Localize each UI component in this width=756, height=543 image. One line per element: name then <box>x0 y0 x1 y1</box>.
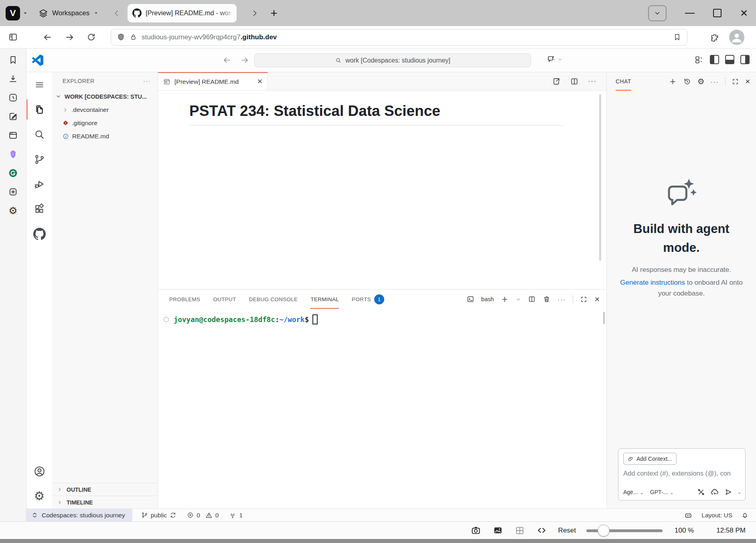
explorer-more-actions-icon[interactable]: ··· <box>143 78 151 84</box>
menu-hamburger-icon[interactable] <box>26 72 52 97</box>
zoom-slider-knob[interactable] <box>598 525 610 537</box>
add-context-button[interactable]: Add Context... <box>623 453 677 465</box>
downloads-panel-icon[interactable] <box>8 74 18 84</box>
explorer-root-folder[interactable]: WORK [CODESPACES: STU... <box>52 90 158 103</box>
send-icon[interactable] <box>724 488 732 496</box>
maximize-button[interactable] <box>713 9 722 17</box>
capture-camera-icon[interactable] <box>470 525 481 536</box>
generate-instructions-link[interactable]: Generate instructions <box>620 279 685 286</box>
activity-github-icon[interactable] <box>26 221 52 246</box>
chat-settings-gear-icon[interactable]: ⚙ <box>697 77 705 85</box>
panel-tab-debug-console[interactable]: DEBUG CONSOLE <box>249 290 298 309</box>
outline-section-header[interactable]: OUTLINE <box>52 483 158 496</box>
grammarly-extension-icon[interactable] <box>8 168 18 178</box>
activity-explorer-icon[interactable] <box>26 97 52 122</box>
zoom-slider[interactable] <box>586 525 663 537</box>
editor-scrollbar[interactable] <box>599 94 601 261</box>
browser-tab[interactable]: [Preview] README.md - wor <box>128 4 237 22</box>
expand-chat-icon[interactable] <box>732 78 739 85</box>
chat-mode-select[interactable]: Age... <box>623 489 638 495</box>
open-preview-icon[interactable] <box>552 77 561 86</box>
problems-status-item[interactable]: 0 0 <box>187 512 219 519</box>
cloud-icon[interactable] <box>710 488 719 496</box>
vivaldi-menu-chevron-icon[interactable] <box>22 10 28 16</box>
send-options-chevron-icon[interactable]: ⌄ <box>738 490 741 495</box>
new-terminal-icon[interactable] <box>501 295 509 304</box>
minimize-button[interactable] <box>685 13 695 14</box>
url-bar[interactable]: studious-journey-wv969rqp4crg7.github.de… <box>111 29 687 46</box>
chat-tab[interactable]: CHAT <box>616 72 631 91</box>
toggle-primary-sidebar-icon[interactable] <box>710 55 719 64</box>
manage-gear-icon[interactable]: ⚙ <box>26 484 52 509</box>
bookmark-page-icon[interactable] <box>673 33 681 41</box>
tools-icon[interactable] <box>697 488 705 496</box>
editor-back-icon[interactable] <box>222 55 232 65</box>
timeline-section-header[interactable]: TIMELINE <box>52 496 158 509</box>
prev-tab-icon[interactable] <box>112 9 121 18</box>
customize-layout-icon[interactable] <box>694 55 704 65</box>
kill-terminal-trash-icon[interactable] <box>543 295 551 303</box>
chat-message-input[interactable] <box>623 470 740 477</box>
profile-avatar[interactable] <box>729 30 744 45</box>
activity-extensions-icon[interactable] <box>26 197 52 221</box>
purple-extension-icon[interactable] <box>8 149 18 159</box>
editor-more-actions-icon[interactable]: ··· <box>588 78 597 85</box>
editor-forward-icon[interactable] <box>240 55 249 65</box>
toggle-secondary-sidebar-icon[interactable] <box>740 55 750 64</box>
shell-label[interactable]: bash <box>481 296 494 302</box>
lock-icon[interactable] <box>130 33 137 41</box>
back-icon[interactable] <box>42 32 53 43</box>
side-panel-toggle-icon[interactable] <box>8 32 18 42</box>
tiling-grid-icon[interactable] <box>515 525 525 536</box>
zoom-reset-button[interactable]: Reset <box>558 527 576 535</box>
extensions-puzzle-icon[interactable] <box>710 32 720 42</box>
ports-status-item[interactable]: 1 <box>229 512 243 519</box>
maximize-panel-icon[interactable] <box>580 296 588 303</box>
panel-tab-output[interactable]: OUTPUT <box>213 290 236 309</box>
reload-icon[interactable] <box>86 32 96 42</box>
notifications-bell-icon[interactable] <box>741 511 749 519</box>
page-actions-image-icon[interactable] <box>493 525 503 536</box>
layout-status-item[interactable]: Layout: US <box>701 512 732 519</box>
copilot-menu-button[interactable] <box>546 55 562 64</box>
activity-source-control-icon[interactable] <box>26 147 52 172</box>
next-tab-icon[interactable] <box>250 9 259 18</box>
branch-status-item[interactable]: public <box>141 512 177 519</box>
remote-indicator[interactable]: Codespaces: studious journey <box>26 509 132 521</box>
close-chat-icon[interactable]: ✕ <box>745 78 750 85</box>
notes-panel-icon[interactable] <box>8 111 18 122</box>
close-window-button[interactable]: ✕ <box>740 8 748 18</box>
forward-icon[interactable] <box>65 32 75 43</box>
tree-item-devcontainer[interactable]: .devcontainer <box>52 103 158 116</box>
toggle-panel-icon[interactable] <box>725 55 734 64</box>
split-editor-icon[interactable] <box>570 77 579 86</box>
bookmarks-panel-icon[interactable] <box>8 55 18 65</box>
history-panel-icon[interactable] <box>8 93 18 103</box>
vivaldi-logo[interactable]: V <box>6 6 20 20</box>
close-tab-icon[interactable]: ✕ <box>257 77 263 86</box>
command-center-search[interactable]: work [Codespaces: studious journey] <box>254 53 531 67</box>
tree-item-readme[interactable]: README.md <box>52 130 158 143</box>
copilot-status-icon[interactable] <box>684 511 693 520</box>
chat-input-box[interactable]: Add Context... Age...⌄ GPT-...⌄ ⌄ <box>618 448 746 500</box>
panel-more-actions-icon[interactable]: ··· <box>557 296 566 303</box>
activity-run-debug-icon[interactable] <box>26 172 52 197</box>
chat-model-select[interactable]: GPT-... <box>650 489 668 495</box>
panel-settings-gear-icon[interactable]: ⚙ <box>8 206 17 216</box>
panel-tab-ports[interactable]: PORTS1 <box>352 290 384 309</box>
terminal-prompt-line[interactable]: jovyan@codespaces-18df8c:~/work$ <box>164 314 318 324</box>
new-tab-button[interactable]: + <box>270 7 278 19</box>
shield-icon[interactable] <box>117 33 125 41</box>
chat-history-icon[interactable] <box>683 77 691 86</box>
panel-tab-terminal[interactable]: TERMINAL <box>310 290 339 309</box>
add-panel-icon[interactable] <box>8 187 18 197</box>
new-chat-icon[interactable] <box>669 77 677 86</box>
tab-dropdown-button[interactable] <box>648 5 667 21</box>
account-icon[interactable] <box>26 459 52 484</box>
chat-more-actions-icon[interactable]: ··· <box>711 78 719 85</box>
windows-panel-icon[interactable] <box>8 130 18 140</box>
tree-item-gitignore[interactable]: .gitignore <box>52 116 158 130</box>
terminal-dropdown-chevron-icon[interactable] <box>516 297 521 302</box>
split-terminal-icon[interactable] <box>528 295 536 303</box>
page-source-code-icon[interactable] <box>536 525 547 536</box>
